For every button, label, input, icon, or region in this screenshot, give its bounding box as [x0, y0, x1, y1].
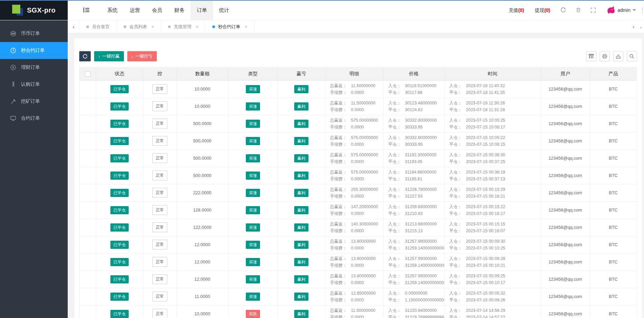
control-button[interactable]: 正常: [152, 222, 167, 232]
row-select-cell[interactable]: [80, 305, 96, 318]
tabs-scroll-left-icon[interactable]: ‹: [68, 20, 79, 33]
detail-cell: 总赢返：575.00000000 手续费：0.0000: [325, 132, 383, 150]
time-close-value: 2023-07-15 10:06:15: [466, 142, 505, 147]
control-button[interactable]: 正常: [152, 171, 167, 180]
sidebar-item-subscribe-orders[interactable]: 认购订单: [0, 76, 68, 93]
price-open-value: 31192.30000000: [405, 153, 436, 157]
row-select-cell[interactable]: [80, 236, 96, 253]
row-select-cell[interactable]: [80, 98, 96, 115]
export-button[interactable]: [613, 51, 623, 61]
sidebar-item-second-contract-orders[interactable]: 秒合约订单: [0, 42, 68, 59]
user-avatar-unicorn[interactable]: [605, 5, 616, 15]
trash-icon[interactable]: [571, 7, 586, 13]
force-win-button[interactable]: ↑ 一键控赢: [94, 51, 124, 61]
recharge-link[interactable]: 充值(0): [503, 0, 530, 20]
control-button[interactable]: 正常: [152, 188, 167, 198]
menu-item-operation[interactable]: 运营: [124, 0, 146, 20]
filter-columns-button[interactable]: [586, 51, 596, 61]
user-menu-caret-icon[interactable]: [632, 9, 636, 11]
time-cell: 入仓：2023-07-15 10:05:22 平仓：2023-07-15 10:…: [444, 132, 541, 150]
price-open-label: 入仓：: [388, 153, 401, 157]
control-button[interactable]: 正常: [152, 257, 167, 267]
menu-item-orders[interactable]: 订单: [191, 0, 213, 20]
collapse-menu-icon[interactable]: [82, 0, 91, 20]
price-open-label: 入仓：: [388, 118, 401, 123]
tab-close-icon[interactable]: ×: [244, 24, 247, 29]
control-button[interactable]: 正常: [152, 119, 167, 128]
detail-fee-value: 0.0000: [351, 194, 364, 199]
price-open-label: 入仓：: [388, 256, 401, 261]
tab-member-list[interactable]: 会员列表 ×: [117, 20, 161, 33]
control-button[interactable]: 正常: [152, 84, 167, 94]
result-badge: 赢利: [294, 102, 308, 111]
row-select-cell[interactable]: [80, 80, 96, 98]
tabs-menu-icon[interactable]: ⌄: [639, 20, 644, 33]
price-open-value: 31220.94000000: [405, 308, 437, 313]
detail-cell: 总赢返：147.20000000 手续费：0.0000: [325, 201, 383, 219]
row-select-cell[interactable]: [80, 167, 96, 184]
price-close-value: 1.1500000000000000: [405, 298, 444, 302]
time-cell: 入仓：2023-07-15 00:09:28 平仓：2023-07-15 00:…: [444, 253, 541, 271]
tab-dashboard[interactable]: 后台首页: [80, 20, 117, 33]
select-all-checkbox[interactable]: [85, 71, 90, 77]
row-select-cell[interactable]: [80, 201, 96, 219]
app-root: SGX-pro 系统 运营 会员 财务 订单 统计 充值(0) 提现(0): [0, 0, 644, 318]
row-select-cell[interactable]: [80, 184, 96, 201]
time-open-label: 入仓：: [449, 274, 462, 278]
product-cell: BTC: [590, 219, 637, 236]
result-badge: 赢利: [294, 206, 308, 214]
sidebar-item-coin-orders[interactable]: 币币订单: [0, 25, 68, 42]
tab-recharge-mgmt[interactable]: 充值管理 ×: [161, 20, 206, 33]
detail-fee-label: 手续费：: [330, 246, 347, 251]
row-select-cell[interactable]: [80, 271, 96, 288]
result-badge: 赢利: [294, 275, 308, 283]
control-button[interactable]: 正常: [152, 309, 167, 318]
tab-close-icon[interactable]: ×: [196, 24, 198, 29]
control-button[interactable]: 正常: [152, 101, 167, 111]
row-select-cell[interactable]: [80, 288, 96, 305]
fullscreen-icon[interactable]: [586, 7, 601, 13]
control-button[interactable]: 正常: [152, 292, 167, 301]
time-open-value: 2023-07-15 00:15:22: [466, 204, 505, 209]
detail-win-value: 575.00000000: [351, 153, 378, 157]
type-badge: 买涨: [246, 85, 260, 93]
product-cell: BTC: [590, 201, 637, 219]
control-button[interactable]: 正常: [152, 205, 167, 215]
control-button[interactable]: 正常: [152, 240, 167, 250]
refresh-icon[interactable]: [556, 7, 571, 13]
control-button[interactable]: 正常: [152, 153, 167, 163]
search-button[interactable]: [627, 51, 637, 61]
table-refresh-button[interactable]: [79, 51, 91, 61]
price-cell: 入仓：30116.51000000 平仓：30117.66: [383, 80, 444, 98]
row-select-cell[interactable]: [80, 132, 96, 150]
row-select-cell[interactable]: [80, 219, 96, 236]
logo-green-square: [12, 5, 20, 14]
tabs-scroll-right-icon[interactable]: ›: [628, 20, 639, 33]
row-select-cell[interactable]: [80, 253, 96, 271]
sidebar-item-mining-orders[interactable]: 挖矿订单: [0, 93, 68, 110]
tab-close-icon[interactable]: ×: [151, 24, 154, 29]
force-lose-button[interactable]: ↓ 一键控亏: [127, 51, 157, 61]
control-button[interactable]: 正常: [152, 136, 167, 146]
table-row: 已平仓 正常 128.0000 买涨 赢利 总赢返：147.20000000 手…: [80, 201, 637, 219]
print-button[interactable]: [600, 51, 610, 61]
price-cell: 入仓：31226.78000000 平仓：31227.93: [383, 184, 444, 201]
row-select-cell[interactable]: [80, 150, 96, 167]
control-button[interactable]: 正常: [152, 274, 167, 284]
withdraw-link[interactable]: 提现(0): [530, 0, 556, 20]
sidebar-item-wealth-orders[interactable]: 理财订单: [0, 59, 68, 76]
detail-win-label: 总赢返：: [330, 153, 347, 157]
price-open-label: 入仓：: [388, 239, 401, 244]
detail-win-value: 13.80000000: [351, 274, 376, 278]
navbar-more-icon[interactable]: ⋮: [639, 6, 644, 14]
sidebar-item-contract-orders[interactable]: 合约订单: [0, 110, 68, 127]
menu-item-system[interactable]: 系统: [101, 0, 124, 20]
row-select-cell[interactable]: [80, 115, 96, 132]
detail-win-label: 总赢返：: [330, 239, 347, 244]
menu-item-stats[interactable]: 统计: [213, 0, 235, 20]
menu-item-member[interactable]: 会员: [146, 0, 168, 20]
menu-item-finance[interactable]: 财务: [168, 0, 191, 20]
user-name[interactable]: admin: [618, 7, 632, 13]
tab-label: 后台首页: [92, 24, 110, 30]
tab-second-contract-orders[interactable]: 秒合约订单 ×: [206, 20, 254, 33]
